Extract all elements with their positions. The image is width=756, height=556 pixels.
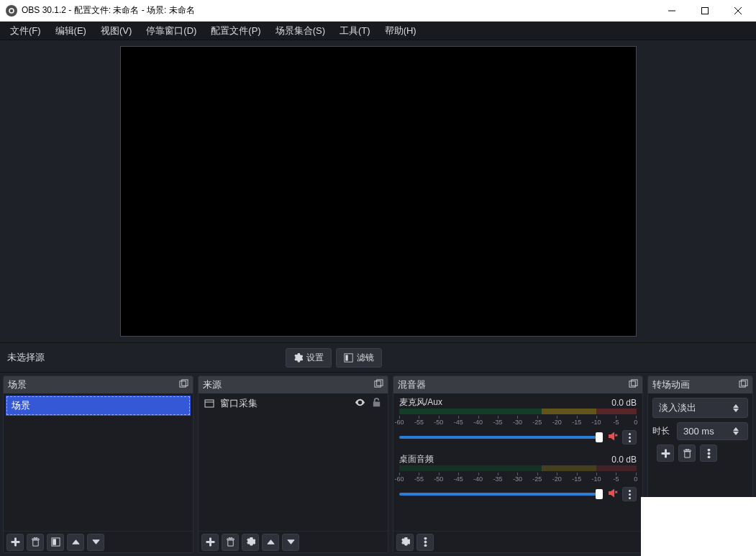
svg-point-20 (629, 440, 631, 442)
menu-profile[interactable]: 配置文件(P) (204, 22, 268, 40)
preview-area (0, 40, 756, 342)
source-label: 窗口采集 (220, 397, 258, 410)
meter-scale: -60-55-50-45-40-35-30-25-20-15-10-50 (399, 473, 637, 483)
add-source-button[interactable] (201, 534, 219, 551)
svg-point-31 (708, 456, 710, 458)
channel-menu-button[interactable] (622, 487, 637, 501)
move-scene-up-button[interactable] (67, 534, 84, 551)
lock-toggle[interactable] (371, 397, 382, 410)
transition-menu-button[interactable] (700, 445, 717, 462)
svg-point-29 (708, 449, 710, 451)
mixer-channel: 麦克风/Aux 0.0 dB -60-55-50-45-40-35-30-25-… (393, 393, 642, 450)
menu-scene-collection[interactable]: 场景集合(S) (268, 22, 332, 40)
volume-slider[interactable] (399, 493, 603, 496)
popout-icon[interactable] (629, 379, 638, 391)
scene-filter-button[interactable] (47, 534, 64, 551)
close-button[interactable] (721, 1, 755, 21)
popout-icon[interactable] (739, 379, 748, 391)
svg-rect-3 (702, 7, 709, 14)
gear-icon (293, 353, 303, 363)
properties-label: 设置 (306, 352, 324, 364)
svg-rect-11 (53, 539, 55, 544)
menu-help[interactable]: 帮助(H) (378, 22, 424, 40)
scenes-list[interactable]: 场景 (4, 393, 193, 531)
transition-select[interactable]: 淡入淡出 (652, 398, 748, 418)
mixer-channel: 桌面音频 0.0 dB -60-55-50-45-40-35-30-25-20-… (393, 450, 642, 507)
duration-input[interactable]: 300 ms (677, 422, 748, 440)
mute-button[interactable] (607, 431, 618, 444)
transition-value: 淡入淡出 (659, 401, 696, 414)
delete-transition-button[interactable] (678, 445, 696, 462)
scenes-title: 场景 (8, 378, 27, 391)
minimize-button[interactable] (655, 1, 688, 21)
svg-point-24 (424, 537, 427, 539)
popout-icon[interactable] (179, 379, 188, 391)
volume-slider[interactable] (399, 436, 603, 439)
audio-meter (399, 465, 637, 471)
svg-rect-17 (632, 380, 637, 386)
source-toolbar: 未选择源 设置 滤镜 (0, 342, 756, 373)
no-source-label: 未选择源 (7, 351, 45, 364)
window-controls (655, 1, 755, 21)
svg-point-21 (629, 490, 631, 492)
window-icon (204, 398, 214, 409)
svg-rect-28 (742, 380, 747, 386)
scene-item[interactable]: 场景 (6, 396, 190, 415)
svg-point-23 (629, 497, 631, 499)
move-scene-down-button[interactable] (87, 534, 104, 551)
sources-dock: 来源 窗口采集 (198, 375, 388, 553)
sources-list[interactable]: 窗口采集 (199, 393, 388, 531)
source-item[interactable]: 窗口采集 (199, 393, 388, 414)
svg-rect-14 (205, 400, 214, 407)
svg-rect-27 (739, 381, 745, 387)
transitions-header: 转场动画 (648, 376, 752, 393)
mute-button[interactable] (607, 488, 618, 501)
menu-view[interactable]: 视图(V) (94, 22, 139, 40)
source-properties-button[interactable] (242, 534, 259, 551)
audio-meter (399, 409, 637, 414)
properties-button[interactable]: 设置 (286, 348, 332, 368)
svg-rect-7 (345, 355, 347, 360)
scenes-footer (4, 531, 193, 552)
filters-label: 滤镜 (357, 352, 374, 364)
filters-button[interactable]: 滤镜 (336, 348, 382, 368)
scenes-header: 场景 (4, 376, 193, 393)
visibility-toggle[interactable] (355, 397, 365, 410)
menu-tools[interactable]: 工具(T) (332, 22, 378, 40)
svg-rect-8 (180, 381, 186, 387)
popout-icon[interactable] (374, 379, 383, 391)
delete-source-button[interactable] (222, 534, 239, 551)
filters-icon (344, 353, 353, 363)
preview-canvas[interactable] (120, 46, 637, 337)
channel-menu-button[interactable] (622, 430, 637, 445)
advanced-audio-button[interactable] (396, 534, 414, 551)
channel-db: 0.0 dB (611, 455, 637, 465)
mixer-footer (393, 531, 642, 552)
svg-rect-16 (629, 381, 635, 387)
sources-title: 来源 (203, 378, 222, 391)
menubar: 文件(F) 编辑(E) 视图(V) 停靠窗口(D) 配置文件(P) 场景集合(S… (0, 22, 756, 40)
add-scene-button[interactable] (6, 534, 24, 551)
maximize-button[interactable] (688, 1, 721, 21)
add-transition-button[interactable] (657, 445, 674, 462)
delete-scene-button[interactable] (27, 534, 44, 551)
svg-point-25 (424, 541, 427, 543)
svg-point-30 (708, 452, 710, 455)
svg-point-18 (629, 433, 631, 435)
menu-docks[interactable]: 停靠窗口(D) (139, 22, 204, 40)
svg-rect-12 (375, 381, 381, 387)
mixer-menu-button[interactable] (416, 534, 434, 551)
window-title: OBS 30.1.2 - 配置文件: 未命名 - 场景: 未命名 (22, 4, 195, 17)
move-source-up-button[interactable] (262, 534, 279, 551)
mixer-header: 混音器 (393, 376, 642, 393)
duration-value: 300 ms (683, 426, 714, 437)
sources-header: 来源 (199, 376, 388, 393)
move-source-down-button[interactable] (282, 534, 299, 551)
scenes-dock: 场景 场景 (3, 375, 193, 553)
menu-file[interactable]: 文件(F) (3, 22, 48, 40)
menu-edit[interactable]: 编辑(E) (48, 22, 94, 40)
svg-point-22 (629, 493, 631, 496)
svg-point-19 (629, 437, 631, 439)
svg-point-26 (424, 544, 427, 547)
channel-name: 麦克风/Aux (399, 396, 442, 409)
